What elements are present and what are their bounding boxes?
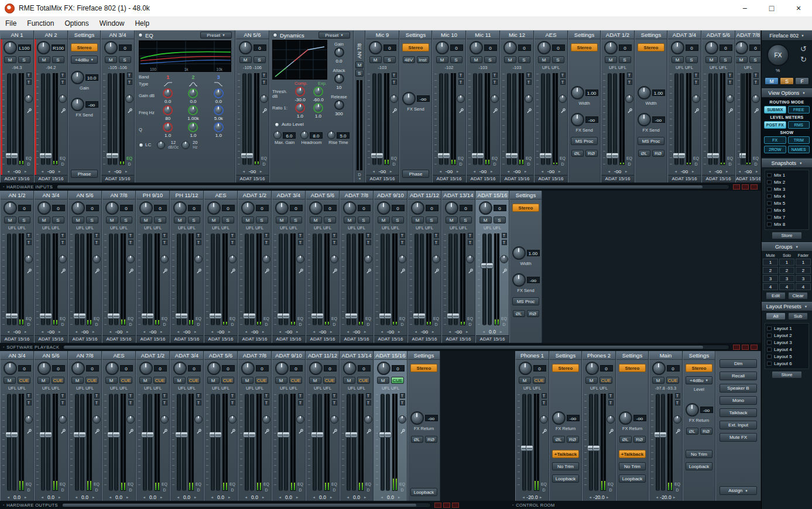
channel-name[interactable]: ADAT 1/2 xyxy=(136,351,169,360)
fader[interactable] xyxy=(482,233,486,325)
fx-send-knob[interactable] xyxy=(228,255,237,263)
pan-knob[interactable] xyxy=(139,362,153,375)
mute-button[interactable]: M xyxy=(38,216,50,223)
trim-icon[interactable]: T xyxy=(128,400,133,405)
menu-window[interactable]: Window xyxy=(94,16,130,30)
solo-button[interactable]: S xyxy=(518,56,530,63)
max-gain-knob[interactable] xyxy=(273,131,282,139)
phase-left-button[interactable]: ØL xyxy=(553,436,565,443)
route-label[interactable]: ADAT 15/16 xyxy=(35,335,67,343)
fx-send-knob[interactable] xyxy=(402,92,416,105)
nudge-right-icon[interactable]: ► xyxy=(490,170,493,173)
nudge-right-icon[interactable]: ► xyxy=(125,170,128,173)
trim-icon[interactable]: T xyxy=(196,240,201,245)
trim-icon[interactable]: T xyxy=(627,73,632,78)
mute-master-button[interactable]: M xyxy=(765,77,779,85)
solo-button[interactable]: S xyxy=(52,216,64,223)
mute-button[interactable]: M xyxy=(470,56,482,63)
fader[interactable] xyxy=(245,233,249,325)
pan-knob[interactable] xyxy=(519,362,532,375)
wrench-icon[interactable] xyxy=(60,108,66,114)
fader[interactable] xyxy=(708,73,712,165)
trim-icon[interactable]: T xyxy=(392,73,397,78)
solo-button[interactable]: S xyxy=(290,216,302,223)
nudge-right-icon[interactable]: ► xyxy=(364,496,366,499)
phase-right-button[interactable]: RØ xyxy=(567,436,579,443)
fx-return-knob[interactable] xyxy=(552,411,566,425)
routing-free-button[interactable]: FREE xyxy=(788,106,810,114)
pan-knob[interactable] xyxy=(241,362,255,375)
fader[interactable] xyxy=(347,233,351,325)
nudge-right-icon[interactable]: ► xyxy=(606,496,609,499)
fx-send-knob[interactable] xyxy=(296,415,304,424)
mute-button[interactable]: M xyxy=(207,377,220,384)
fx-send-knob[interactable] xyxy=(71,98,84,111)
pan-knob[interactable] xyxy=(71,362,85,375)
fader[interactable] xyxy=(46,73,50,165)
fader[interactable] xyxy=(318,233,322,325)
solo-button[interactable]: S xyxy=(749,56,762,63)
trim-icon[interactable]: T xyxy=(753,73,759,78)
cue-button[interactable]: CUE xyxy=(18,377,31,384)
trim-icon[interactable]: T xyxy=(753,80,759,85)
trim-icon[interactable]: T xyxy=(127,80,132,85)
fader-handle[interactable] xyxy=(526,445,533,451)
route-label[interactable]: ADAT 15/16 xyxy=(238,335,271,343)
fader-handle[interactable] xyxy=(44,313,52,319)
trim-icon[interactable]: T xyxy=(60,240,66,245)
trim-icon[interactable]: T xyxy=(26,400,32,405)
trim-icon[interactable]: T xyxy=(264,393,269,398)
fader[interactable] xyxy=(527,394,532,491)
nudge-right-icon[interactable]: ► xyxy=(558,170,561,173)
wrench-icon[interactable] xyxy=(332,269,337,274)
fader[interactable] xyxy=(372,73,376,165)
nudge-right-icon[interactable]: ► xyxy=(539,496,542,499)
solo-group-3-button[interactable]: 3 xyxy=(779,275,794,282)
trim-icon[interactable]: T xyxy=(468,240,473,245)
show-trim-button[interactable]: TRIM xyxy=(788,136,810,144)
nudge-right-icon[interactable]: ► xyxy=(625,170,628,173)
solo-button[interactable]: S xyxy=(18,56,30,63)
nudge-right-icon[interactable]: ► xyxy=(58,330,61,333)
pan-knob[interactable] xyxy=(275,362,289,375)
fader[interactable] xyxy=(512,73,516,165)
wrench-icon[interactable] xyxy=(694,108,699,114)
pan-knob[interactable] xyxy=(585,362,599,375)
wrench-icon[interactable] xyxy=(128,269,133,274)
trim-icon[interactable]: T xyxy=(298,240,303,245)
fader-handle[interactable] xyxy=(712,153,720,159)
wrench-icon[interactable] xyxy=(627,108,632,114)
fader[interactable] xyxy=(454,233,458,325)
wrench-icon[interactable] xyxy=(728,108,733,114)
solo-button[interactable]: S xyxy=(355,70,364,77)
channel-name[interactable]: AN 3/4 xyxy=(35,191,67,200)
channel-name[interactable]: AN 3/4 xyxy=(101,30,134,39)
fader-group-4-button[interactable]: 4 xyxy=(796,283,811,290)
ms-proc-button[interactable]: MS Proc xyxy=(571,137,598,145)
show-fx-button[interactable]: FX xyxy=(764,136,786,144)
trim-icon[interactable]: T xyxy=(675,393,680,398)
monitor-ext-input-button[interactable]: Ext. Input xyxy=(720,421,757,429)
fx-send-knob[interactable] xyxy=(59,95,67,103)
trim-icon[interactable]: T xyxy=(128,240,133,245)
fader-handle[interactable] xyxy=(146,313,154,319)
fx-send-knob[interactable] xyxy=(296,255,304,263)
fader-handle[interactable] xyxy=(452,313,460,319)
groups-clear-button[interactable]: Clear xyxy=(788,292,808,300)
fader[interactable] xyxy=(656,394,660,491)
fx-send-knob[interactable] xyxy=(59,415,67,424)
trim-icon[interactable]: T xyxy=(468,233,473,238)
menu-function[interactable]: Function xyxy=(22,16,59,30)
fx-send-knob[interactable] xyxy=(752,95,760,103)
wrench-icon[interactable] xyxy=(400,269,405,274)
fader[interactable] xyxy=(75,394,79,491)
device-selector[interactable]: Fireface 802▼ xyxy=(762,30,812,41)
nudge-left-icon[interactable]: ◄ xyxy=(381,496,383,499)
trim-icon[interactable]: T xyxy=(162,393,167,398)
pan-knob[interactable] xyxy=(105,201,119,215)
lc-slope-knob[interactable] xyxy=(157,141,165,149)
fader[interactable] xyxy=(114,394,118,491)
channel-name[interactable]: Phones 1 xyxy=(516,351,549,360)
nudge-right-icon[interactable]: ► xyxy=(92,330,95,333)
pan-knob[interactable] xyxy=(173,201,187,215)
